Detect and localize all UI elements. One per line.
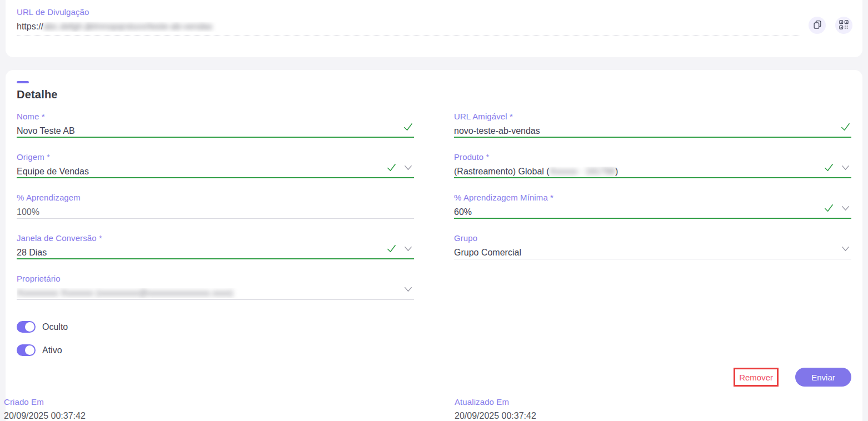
field-nome: Nome * Novo Teste AB: [17, 112, 414, 138]
oculto-toggle-label: Oculto: [42, 322, 68, 332]
field-grupo: Grupo Grupo Comercial: [454, 233, 851, 259]
form-actions: Remover Enviar: [17, 368, 851, 387]
aprendizagem-underline: [17, 218, 414, 219]
title-accent-dash: [17, 81, 29, 83]
atualizado-em-label: Atualizado Em: [455, 397, 851, 407]
nome-input[interactable]: Novo Teste AB: [17, 126, 414, 136]
criado-em-label: Criado Em: [4, 397, 416, 407]
aprendizagem-value: 100%: [17, 207, 414, 217]
field-url-amigavel: URL Amigável * novo-teste-ab-vendas: [454, 112, 851, 138]
field-proprietario: Proprietário Xxxxxxxxx Xxxxxxx (xxxxxxxx…: [17, 274, 414, 300]
valid-check-icon: [823, 162, 835, 176]
valid-check-icon: [823, 202, 835, 216]
produto-value-prefix: (Rastreamento) Global (: [454, 167, 550, 176]
valid-check-icon: [386, 162, 397, 176]
url-amigavel-input[interactable]: novo-teste-ab-vendas: [454, 126, 851, 136]
toggle-switch-icon: [17, 344, 36, 356]
url-prefix: https://: [17, 22, 43, 31]
valid-check-icon: [386, 243, 397, 257]
produto-value-suffix: ): [615, 167, 618, 176]
copy-url-button[interactable]: [809, 17, 826, 34]
produto-select[interactable]: (Rastreamento) Global (Xxxxxx - 161798): [454, 167, 851, 177]
origem-underline: [17, 177, 414, 178]
criado-em-field: Criado Em 20/09/2025 00:37:42: [4, 397, 416, 421]
enviar-button[interactable]: Enviar: [795, 368, 851, 387]
copy-icon: [812, 19, 822, 31]
detail-card: Detalhe Nome * Novo Teste AB URL Amigáve…: [6, 70, 862, 421]
toggle-group: Oculto Ativo: [17, 321, 851, 356]
ativo-toggle-label: Ativo: [42, 345, 62, 355]
origem-label: Origem *: [17, 152, 414, 162]
aprendizagem-minima-label: % Aprendizagem Mínima *: [454, 193, 851, 202]
valid-check-icon: [840, 121, 851, 135]
aprendizagem-label: % Aprendizagem: [17, 193, 414, 202]
field-produto: Produto * (Rastreamento) Global (Xxxxxx …: [454, 152, 851, 178]
chevron-down-icon[interactable]: [840, 243, 851, 257]
aprendizagem-minima-select[interactable]: 60%: [454, 207, 851, 217]
criado-em-value: 20/09/2025 00:37:42: [4, 411, 416, 421]
dates-section: Criado Em 20/09/2025 00:37:42 Atualizado…: [4, 397, 851, 421]
detail-form: Nome * Novo Teste AB URL Amigável * novo…: [17, 112, 851, 314]
field-aprendizagem: % Aprendizagem 100%: [17, 193, 414, 219]
chevron-down-icon[interactable]: [402, 283, 414, 297]
chevron-down-icon[interactable]: [840, 202, 851, 216]
field-origem: Origem * Equipe de Vendas: [17, 152, 414, 178]
janela-conversao-select[interactable]: 28 Dias: [17, 248, 414, 258]
ativo-toggle[interactable]: Ativo: [17, 344, 62, 356]
nome-label: Nome *: [17, 112, 414, 121]
qr-code-icon: [839, 20, 849, 31]
field-aprendizagem-minima: % Aprendizagem Mínima * 60%: [454, 193, 851, 219]
url-redacted-text: abc.defgh.ijklmnopqrstuvx/teste-ab-venda…: [43, 22, 212, 31]
qr-code-button[interactable]: [835, 17, 852, 34]
chevron-down-icon[interactable]: [402, 162, 414, 176]
page-title: Detalhe: [17, 88, 851, 101]
proprietario-label: Proprietário: [17, 274, 414, 283]
aprendizagem-minima-underline: [454, 218, 851, 219]
url-amigavel-label: URL Amigável *: [454, 112, 851, 121]
nome-underline: [17, 137, 414, 138]
toggle-switch-icon: [17, 321, 36, 333]
annotation-highlight-box: Remover: [734, 368, 779, 387]
proprietario-underline: [17, 299, 414, 300]
atualizado-em-field: Atualizado Em 20/09/2025 00:37:42: [455, 397, 851, 421]
janela-conversao-underline: [17, 258, 414, 259]
url-amigavel-underline: [454, 137, 851, 138]
oculto-toggle[interactable]: Oculto: [17, 321, 68, 333]
produto-underline: [454, 177, 851, 178]
divulgacao-url-label: URL de Divulgação: [17, 7, 800, 17]
divulgacao-url-value[interactable]: https://abc.defgh.ijklmnopqrstuvx/teste-…: [17, 22, 800, 32]
chevron-down-icon[interactable]: [402, 243, 414, 257]
atualizado-em-value: 20/09/2025 00:37:42: [455, 411, 851, 421]
grupo-underline: [454, 259, 851, 259]
field-janela-conversao: Janela de Conversão * 28 Dias: [17, 233, 414, 259]
produto-redacted-text: Xxxxxx - 161798: [550, 167, 615, 176]
produto-label: Produto *: [454, 152, 851, 162]
chevron-down-icon[interactable]: [840, 162, 851, 176]
url-field-underline: [17, 36, 800, 36]
grupo-label: Grupo: [454, 233, 851, 243]
divulgacao-url-card: URL de Divulgação https://abc.defgh.ijkl…: [6, 0, 862, 57]
proprietario-redacted-text: Xxxxxxxxx Xxxxxxx (xxxxxxxxx@xxxxxxxxxxx…: [17, 288, 233, 298]
remover-button[interactable]: Remover: [739, 373, 773, 382]
origem-select[interactable]: Equipe de Vendas: [17, 167, 414, 177]
valid-check-icon: [402, 121, 414, 135]
grupo-select[interactable]: Grupo Comercial: [454, 248, 851, 258]
proprietario-select[interactable]: Xxxxxxxxx Xxxxxxx (xxxxxxxxx@xxxxxxxxxxx…: [17, 288, 414, 298]
janela-conversao-label: Janela de Conversão *: [17, 233, 414, 243]
empty-grid-cell: [454, 274, 851, 314]
